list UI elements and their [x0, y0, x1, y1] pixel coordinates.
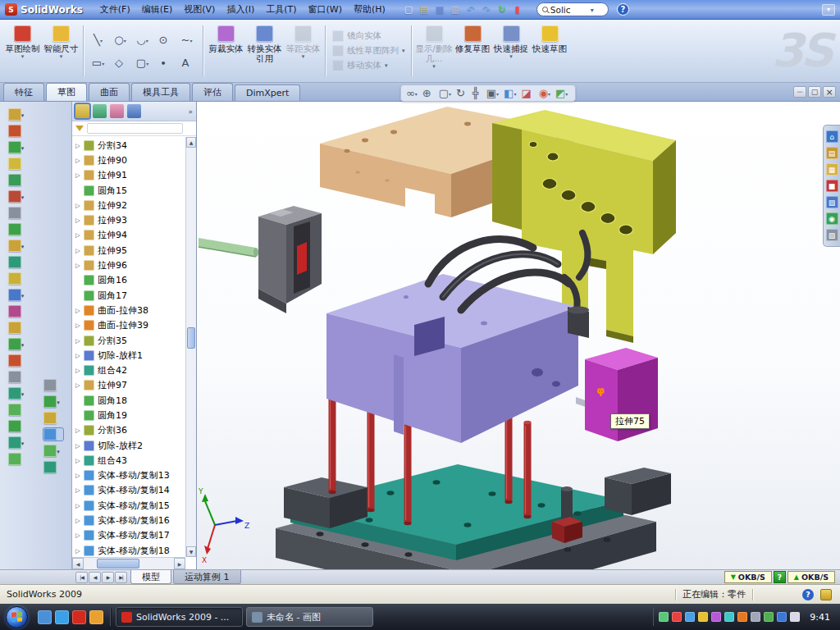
document-close-icon[interactable]	[823, 86, 836, 98]
start-button[interactable]	[2, 604, 31, 630]
ribbon-tab[interactable]: 曲面	[89, 83, 130, 101]
dimxpert-manager-tab-icon[interactable]	[127, 104, 141, 118]
tray-icon[interactable]	[737, 612, 747, 622]
feature-tool-button[interactable]	[43, 445, 63, 457]
feature-tree-item[interactable]: 圆角18	[72, 393, 196, 408]
feature-tree-item[interactable]: 圆角16	[72, 273, 196, 288]
feature-tool-button[interactable]	[8, 387, 28, 399]
feature-tree-item[interactable]: 分割36	[72, 423, 196, 438]
tray-icon[interactable]	[698, 612, 708, 622]
expand-icon[interactable]	[75, 472, 84, 479]
sketch-button[interactable]: 草图绘制	[3, 21, 42, 80]
pan-icon[interactable]: ╬	[472, 88, 484, 98]
slot-button[interactable]: ▢	[133, 52, 154, 73]
tab-scroll-next-icon[interactable]	[102, 572, 114, 583]
circle-button[interactable]: ○	[111, 29, 132, 50]
mold-body-part[interactable]	[326, 274, 595, 443]
show-desktop-icon[interactable]	[38, 610, 52, 624]
ellipse-button[interactable]: ⊙	[155, 29, 176, 50]
move-entities-button[interactable]: 移动实体	[332, 60, 405, 71]
feature-tree-item[interactable]: 分割34	[72, 138, 196, 153]
help-button[interactable]: ?	[617, 3, 629, 16]
feature-tree-item[interactable]: 圆角15	[72, 183, 196, 198]
feature-tool-button[interactable]	[8, 223, 28, 235]
view-orientation-icon[interactable]: ▣	[486, 88, 501, 98]
menu-item[interactable]: 插入(I)	[221, 1, 260, 18]
linear-sketch-pattern-button[interactable]: 线性草图阵列	[332, 45, 405, 57]
feature-tool-button[interactable]	[8, 354, 28, 367]
tray-icon[interactable]	[711, 612, 721, 622]
feature-tree-item[interactable]: 切除-放样2	[72, 438, 196, 453]
feature-tree-item[interactable]: 实体-移动/复制16	[72, 513, 196, 527]
expand-icon[interactable]	[75, 337, 84, 345]
expand-icon[interactable]	[75, 307, 84, 314]
document-minimize-icon[interactable]	[793, 86, 806, 98]
scene-icon[interactable]: ◩	[555, 88, 570, 98]
tray-icon[interactable]	[764, 612, 774, 622]
status-help-icon[interactable]: ?	[802, 589, 814, 600]
taskbar-task-button[interactable]: 未命名 - 画图	[246, 607, 373, 627]
feature-tree-item[interactable]: 实体-移动/复制15	[72, 498, 196, 513]
expand-icon[interactable]	[75, 262, 84, 269]
search-box[interactable]	[536, 2, 609, 16]
expand-icon[interactable]	[75, 247, 84, 254]
toolbar-options-icon[interactable]	[822, 4, 835, 16]
net-help-icon[interactable]: ?	[774, 571, 786, 583]
media-player-icon[interactable]	[89, 610, 103, 624]
rebuild-button[interactable]: ↻	[495, 2, 509, 17]
feature-tree-item[interactable]: 分割35	[72, 333, 196, 348]
scroll-down-icon[interactable]	[186, 546, 196, 557]
expand-icon[interactable]	[75, 322, 84, 329]
interrupt-button[interactable]: ▮	[510, 2, 525, 17]
tray-icon[interactable]	[659, 612, 669, 622]
display-style-icon[interactable]: ◧	[504, 88, 518, 98]
panel-overflow-icon[interactable]	[188, 107, 193, 116]
tree-horizontal-scrollbar[interactable]	[72, 557, 185, 569]
feature-tool-button[interactable]	[8, 158, 28, 170]
menu-item[interactable]: 视图(V)	[178, 1, 221, 18]
menu-item[interactable]: 窗口(W)	[303, 1, 348, 18]
feature-tool-button[interactable]	[8, 272, 28, 285]
feature-tree-item[interactable]: 拉伸91	[72, 168, 196, 183]
feature-tree-item[interactable]: 圆角17	[72, 288, 196, 303]
feature-tree-item[interactable]: 实体-移动/复制13	[72, 468, 196, 483]
tray-icon[interactable]	[724, 612, 734, 622]
expand-icon[interactable]	[75, 427, 84, 434]
feature-tree-item[interactable]: 组合43	[72, 453, 196, 468]
expand-icon[interactable]	[75, 157, 84, 164]
display-delete-relations-button[interactable]: 显示/删除几...	[415, 21, 454, 80]
tab-scroll-prev-icon[interactable]	[89, 572, 101, 583]
rapid-sketch-button[interactable]: 快速草图	[531, 21, 569, 80]
print-button[interactable]: ▥	[448, 2, 463, 17]
expand-icon[interactable]	[75, 547, 84, 555]
custom-properties-icon[interactable]: ▧	[826, 229, 838, 241]
spline-button[interactable]: ~	[177, 29, 199, 50]
feature-tool-button[interactable]	[8, 453, 28, 465]
tray-icon[interactable]	[777, 612, 787, 622]
solidworks-resources-icon[interactable]: ■	[826, 180, 838, 192]
redo-button[interactable]: ↷	[479, 2, 494, 17]
quick-snaps-button[interactable]: 快速捕捉	[492, 21, 531, 80]
tray-icon[interactable]	[672, 612, 682, 622]
hide-show-items-icon[interactable]: ∞	[406, 88, 420, 98]
feature-tool-button[interactable]	[8, 207, 28, 219]
expand-icon[interactable]	[75, 442, 84, 450]
view-palette-icon[interactable]: ▨	[826, 196, 838, 208]
feature-tool-button[interactable]	[8, 322, 28, 334]
expand-icon[interactable]	[75, 517, 84, 524]
tab-scroll-last-icon[interactable]	[115, 572, 127, 583]
expand-icon[interactable]	[75, 231, 84, 239]
expand-icon[interactable]	[75, 502, 84, 509]
ribbon-tab[interactable]: 评估	[192, 83, 233, 101]
feature-tool-button[interactable]	[43, 412, 63, 424]
arc-button[interactable]: ◡	[133, 29, 154, 50]
model-tab[interactable]: 运动算例 1	[173, 570, 241, 584]
document-restore-icon[interactable]	[808, 86, 821, 98]
expand-icon[interactable]	[75, 367, 84, 374]
feature-tool-button[interactable]	[8, 305, 28, 317]
expand-icon[interactable]	[75, 142, 84, 149]
scroll-up-icon[interactable]	[186, 137, 196, 148]
ribbon-tab[interactable]: 模具工具	[131, 83, 190, 101]
scroll-left-icon[interactable]	[72, 558, 84, 569]
menu-item[interactable]: 工具(T)	[260, 1, 302, 18]
